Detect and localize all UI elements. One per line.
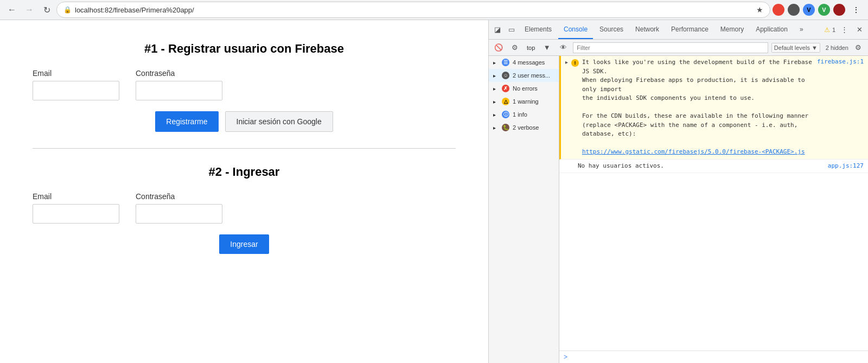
levels-chevron-icon: ▼ [812,44,818,51]
browser-actions: V V ⋮ [773,2,864,17]
section-divider [33,148,456,149]
tab-elements[interactable]: Elements [519,20,557,39]
warning-text-line4: For the CDN builds, these are available … [582,112,814,121]
sidebar-label-verbose: 2 verbose [513,124,539,131]
inspect-element-icon[interactable]: ◪ [491,23,504,36]
password-label-1: Contraseña [136,69,222,78]
tab-performance[interactable]: Performance [666,20,714,39]
sidebar-label-all: 4 messages [513,59,545,66]
section-login: #2 - Ingresar Email Contraseña Ingresar [33,165,456,254]
sidebar-label-errors: No errors [513,85,538,92]
arrow-icon: ▸ [493,60,499,66]
alert-icon: ⚠ [824,26,830,34]
form-group-email-2: Email [33,192,119,224]
section-register: #1 - Registrar usuario con Firebase Emai… [33,42,456,132]
entry-expand-icon[interactable]: ▸ [565,59,568,65]
google-signin-button[interactable]: Iniciar sesión con Google [225,111,333,132]
tab-bar: ← → ↻ 🔒 localhost:82/firebase/Primera%20… [0,0,868,20]
tab-network[interactable]: Network [630,20,665,39]
extension-icon-5[interactable] [833,4,845,16]
arrow-icon: ▸ [493,73,499,79]
form-row-2: Email Contraseña [33,192,456,224]
register-button[interactable]: Registrarme [155,111,218,132]
console-filter-input[interactable] [573,42,768,53]
address-bar[interactable]: 🔒 localhost:82/firebase/Primera%20app/ ★ [56,2,770,18]
email-label-2: Email [33,192,119,201]
console-settings-icon[interactable]: ⚙ [508,41,521,54]
arrow-icon: ▸ [493,99,499,105]
context-dropdown-icon[interactable]: ▼ [540,41,553,54]
warning-text-blank2 [582,139,814,148]
form-row-1: Email Contraseña [33,69,456,100]
warning-text-blank [582,103,814,112]
user-icon: ☺ [502,72,509,79]
tab-console[interactable]: Console [558,20,593,39]
back-button[interactable]: ← [4,2,20,17]
warning-icon: △ [502,98,509,105]
console-gear-icon[interactable]: ⚙ [852,41,865,54]
list-icon: ☰ [502,59,509,66]
clear-console-icon[interactable]: 🚫 [492,41,505,54]
extension-icon-4[interactable]: V [818,4,830,16]
console-entry-warning: ▸ ! It looks like you're using the devel… [559,56,868,160]
context-label: top [525,44,537,51]
warning-text-line1: It looks like you're using the developme… [582,58,814,76]
section1-title: #1 - Registrar usuario con Firebase [33,42,456,56]
devtools-settings-icon[interactable]: ⋮ [838,23,851,36]
button-row-1: Registrarme Iniciar sesión con Google [33,111,456,132]
sidebar-item-info[interactable]: ▸ ⓘ 1 info [489,108,559,121]
warning-link[interactable]: https://www.gstatic.com/firebasejs/5.0.0… [582,148,814,157]
info-icon: ⓘ [502,111,509,118]
sidebar-label-user: 2 user mess... [513,72,550,79]
arrow-icon: ▸ [493,112,499,118]
form-group-email-1: Email [33,69,119,100]
log-text: No hay usuarios activos. [578,162,825,171]
warning-source[interactable]: firebase.js:1 [817,58,864,65]
warning-text-line3: the individual SDK components you intend… [582,94,814,103]
arrow-icon: ▸ [493,86,499,92]
extension-icon-3[interactable]: V [803,4,815,16]
tab-more[interactable]: » [794,20,809,39]
eye-icon[interactable]: 👁 [557,41,570,54]
sidebar-item-verbose[interactable]: ▸ 🐛 2 verbose [489,121,559,134]
console-input[interactable] [571,354,864,361]
email-input-2[interactable] [33,204,119,224]
device-toolbar-icon[interactable]: ▭ [505,23,518,36]
password-input-2[interactable] [136,204,222,224]
extension-icon-2[interactable] [788,4,800,16]
tab-sources[interactable]: Sources [594,20,629,39]
sidebar-label-info: 1 info [513,111,527,118]
sidebar-item-all-messages[interactable]: ▸ ☰ 4 messages [489,56,559,69]
password-input-1[interactable] [136,81,222,100]
tab-memory[interactable]: Memory [715,20,749,39]
default-levels-label: Default levels [774,44,810,51]
sidebar-item-warnings[interactable]: ▸ △ 1 warning [489,95,559,108]
reload-button[interactable]: ↻ [39,2,54,17]
email-input-1[interactable] [33,81,119,100]
warning-entry-content: It looks like you're using the developme… [582,58,814,157]
devtools-panel: ◪ ▭ Elements Console Sources Network Per… [488,20,868,363]
sidebar-item-no-errors[interactable]: ▸ ✗ No errors [489,82,559,95]
email-label-1: Email [33,69,119,78]
bookmark-icon[interactable]: ★ [756,5,763,14]
firebase-cdn-link[interactable]: https://www.gstatic.com/firebasejs/5.0.0… [582,148,805,155]
forward-button[interactable]: → [22,2,37,17]
console-entry-log: No hay usuarios activos. app.js:127 [559,160,868,174]
console-input-row: > [559,351,868,363]
devtools-close-icon[interactable]: ✕ [853,23,866,36]
arrow-icon: ▸ [493,125,499,131]
console-empty-space [559,173,868,351]
warning-entry-icon: ! [571,59,579,67]
warning-text-line2: When deploying Firebase apps to producti… [582,76,814,94]
sidebar-item-user-messages[interactable]: ▸ ☺ 2 user mess... [489,69,559,82]
console-caret-icon: > [564,353,567,361]
log-source[interactable]: app.js:127 [828,162,864,169]
extension-icon-1[interactable] [773,4,784,16]
login-button[interactable]: Ingresar [219,234,269,254]
chrome-menu-button[interactable]: ⋮ [848,2,864,17]
warning-text-line5: (replace <PACKAGE> with the name of a co… [582,121,814,139]
default-levels-dropdown[interactable]: Default levels ▼ [771,43,820,53]
section2-title: #2 - Ingresar [33,165,456,179]
tab-application[interactable]: Application [750,20,793,39]
console-sidebar: ▸ ☰ 4 messages ▸ ☺ 2 user mess... ▸ ✗ No… [489,56,559,363]
